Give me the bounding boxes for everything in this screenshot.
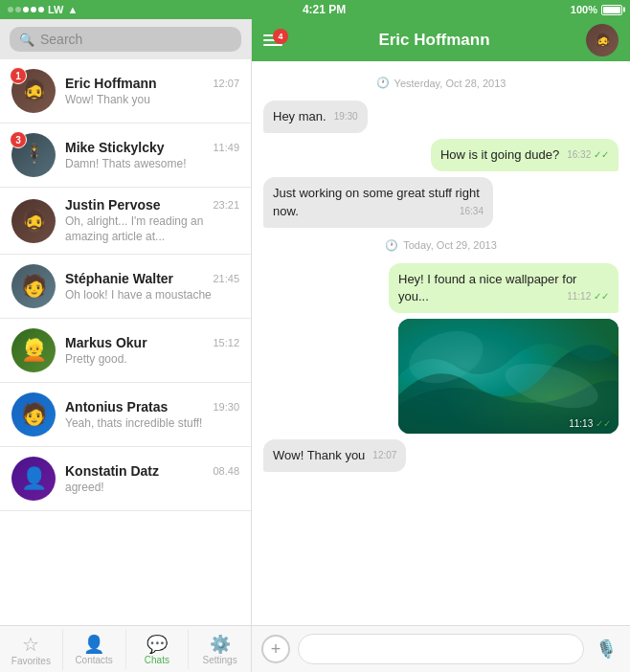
chat-time: 21:45 <box>213 273 239 284</box>
chat-item[interactable]: 🧑 Stéphanie Walter 21:45 Oh look! I have… <box>0 255 251 319</box>
chat-time: 08.48 <box>213 465 239 477</box>
chat-name: Konstatin Datz <box>65 463 159 479</box>
battery-percent: 100% <box>571 4 597 15</box>
chat-time: 23:21 <box>213 199 239 211</box>
mic-button[interactable]: 🎙️ <box>592 635 620 663</box>
wifi-icon: ▲ <box>68 4 79 15</box>
chat-info: Eric Hoffmann 12:07 Wow! Thank you <box>65 76 239 106</box>
chat-item[interactable]: 👱 Markus Okur 15:12 Pretty good. <box>0 319 251 383</box>
clock-icon: 🕐 <box>385 239 398 252</box>
chat-item[interactable]: 🧔 1 Eric Hoffmann 12:07 Wow! Thank you <box>0 59 251 123</box>
chat-name-row: Antonius Pratas 19:30 <box>65 399 239 414</box>
tab-settings[interactable]: ⚙️ Settings <box>189 630 251 669</box>
chat-item[interactable]: 👤 Konstatin Datz 08.48 agreed! <box>0 447 251 511</box>
avatar-wrap: 👱 <box>11 328 56 372</box>
incoming-message: Wow! Thank you12:07 <box>263 439 406 472</box>
chat-info: Markus Okur 15:12 Pretty good. <box>65 335 239 366</box>
chat-name-row: Justin Pervose 23:21 <box>65 197 239 213</box>
tab-label: Settings <box>203 655 237 665</box>
message-time: 12:07 <box>372 449 396 462</box>
chat-time: 11:49 <box>213 142 239 153</box>
message-time: 16:34 <box>460 205 484 218</box>
carrier-label: LW <box>48 4 64 15</box>
chat-name-row: Konstatin Datz 08.48 <box>65 463 239 479</box>
favorites-icon: ☆ <box>22 633 39 656</box>
chat-preview: Wow! Thank you <box>65 93 228 106</box>
chat-name-row: Markus Okur 15:12 <box>65 335 239 350</box>
date-text: Today, Oct 29, 2013 <box>403 239 497 251</box>
chat-preview: Yeah, thats incredible stuff! <box>65 416 228 430</box>
left-panel: 🔍 Search 🧔 1 Eric Hoffmann 12:07 Wow! Th… <box>0 19 252 672</box>
avatar-wrap: 🧔 <box>11 199 56 243</box>
messages-area: 🕐Yesterday, Oct 28, 2013Hey man.19:30How… <box>252 61 630 625</box>
header-badge: 4 <box>273 29 288 44</box>
settings-icon: ⚙️ <box>210 634 231 655</box>
chat-name-row: Mike Stickylcky 11:49 <box>65 140 239 155</box>
date-divider: 🕐Yesterday, Oct 28, 2013 <box>263 77 619 89</box>
chat-preview: Pretty good. <box>65 352 228 366</box>
battery-fill <box>603 7 620 13</box>
tab-favorites[interactable]: ☆ Favorites <box>0 629 63 670</box>
incoming-message: Just working on some great stuff right n… <box>263 177 493 227</box>
image-message[interactable]: 11:13 ✓✓ <box>398 319 619 434</box>
active-chat-avatar[interactable]: 🧔 <box>586 24 619 56</box>
avatar-wrap: 🧔 1 <box>11 69 56 113</box>
search-bar-container: 🔍 Search <box>0 19 251 59</box>
search-icon: 🔍 <box>19 33 34 47</box>
tab-chats[interactable]: 💬 Chats <box>126 630 190 669</box>
double-check: ✓✓ <box>596 418 611 429</box>
chat-item[interactable]: 🧑 Antonius Pratas 19:30 Yeah, thats incr… <box>0 383 251 447</box>
message-time: 16:32 ✓✓ <box>567 148 609 162</box>
chat-time: 19:30 <box>213 401 239 413</box>
clock-icon: 🕐 <box>376 77 390 89</box>
search-placeholder: Search <box>40 32 82 47</box>
dot-5 <box>38 7 44 12</box>
chat-name: Markus Okur <box>65 335 147 350</box>
message-input[interactable] <box>298 634 584 664</box>
avatar: 🧔 <box>11 199 56 243</box>
dot-4 <box>31 7 36 12</box>
chat-header: 4 Eric Hoffmann 🧔 <box>252 19 630 61</box>
add-button[interactable]: + <box>261 635 290 663</box>
tab-label: Chats <box>145 655 169 665</box>
message-time: 19:30 <box>334 110 358 123</box>
search-input-wrapper[interactable]: 🔍 Search <box>10 27 241 52</box>
avatar: 👱 <box>11 328 56 372</box>
chat-item[interactable]: 🕴️ 3 Mike Stickylcky 11:49 Damn! Thats a… <box>0 123 251 188</box>
chat-preview: Damn! Thats awesome! <box>65 157 228 170</box>
chats-icon: 💬 <box>146 634 168 655</box>
avatar-face: 👤 <box>21 457 47 501</box>
tab-label: Favorites <box>11 656 51 666</box>
chat-info: Antonius Pratas 19:30 Yeah, thats incred… <box>65 399 239 430</box>
active-chat-name: Eric Hoffmann <box>378 31 489 50</box>
dot-1 <box>8 7 13 12</box>
dot-3 <box>23 7 29 12</box>
chat-info: Stéphanie Walter 21:45 Oh look! I have a… <box>65 271 239 302</box>
unread-badge: 1 <box>10 67 27 84</box>
avatar-wrap: 👤 <box>11 457 56 501</box>
incoming-message: Hey man.19:30 <box>263 101 368 133</box>
tab-contacts[interactable]: 👤 Contacts <box>63 630 126 669</box>
unread-badge: 3 <box>10 131 27 148</box>
avatar-face: 👱 <box>21 328 47 372</box>
dot-2 <box>15 7 21 12</box>
wallpaper-svg <box>398 319 619 434</box>
chat-preview: Oh, alright... I'm reading an amazing ar… <box>65 214 228 244</box>
avatar: 🧑 <box>11 392 56 437</box>
battery-icon <box>601 5 622 15</box>
status-left: LW ▲ <box>8 4 78 15</box>
double-check: ✓✓ <box>591 149 609 160</box>
chat-item[interactable]: 🧔 Justin Pervose 23:21 Oh, alright... I'… <box>0 188 251 255</box>
avatar-wrap: 🧑 <box>11 392 56 437</box>
image-time: 11:13 ✓✓ <box>569 418 611 429</box>
chat-list: 🧔 1 Eric Hoffmann 12:07 Wow! Thank you 🕴… <box>0 59 251 625</box>
chat-info: Justin Pervose 23:21 Oh, alright... I'm … <box>65 197 239 244</box>
avatar-face: 🧑 <box>21 392 47 437</box>
chat-name: Justin Pervose <box>65 197 161 213</box>
menu-button[interactable]: 4 <box>263 34 282 46</box>
chat-info: Mike Stickylcky 11:49 Damn! Thats awesom… <box>65 140 239 170</box>
tab-label: Contacts <box>75 655 112 665</box>
status-time: 4:21 PM <box>303 3 346 16</box>
signal-dots <box>8 7 44 12</box>
chat-preview: Oh look! I have a moustache <box>65 288 228 302</box>
